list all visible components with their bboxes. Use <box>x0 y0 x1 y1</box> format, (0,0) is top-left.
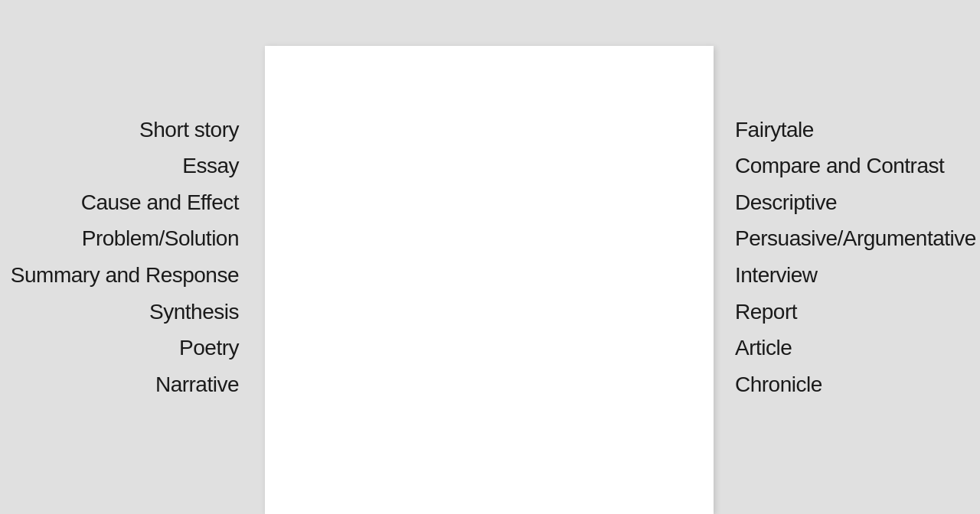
left-menu-item-poetry[interactable]: Poetry <box>179 330 239 366</box>
left-menu-item-summary-and-response[interactable]: Summary and Response <box>11 257 239 294</box>
right-menu-item-compare-and-contrast[interactable]: Compare and Contrast <box>735 148 944 184</box>
right-panel: FairytaleCompare and ContrastDescriptive… <box>714 0 980 514</box>
left-menu-item-essay[interactable]: Essay <box>182 148 239 184</box>
left-menu-item-narrative[interactable]: Narrative <box>155 366 239 403</box>
left-menu-item-short-story[interactable]: Short story <box>139 112 239 148</box>
right-menu-item-interview[interactable]: Interview <box>735 257 818 294</box>
right-menu-item-descriptive[interactable]: Descriptive <box>735 184 837 221</box>
right-menu-item-report[interactable]: Report <box>735 294 797 330</box>
right-menu-item-persuasive-argumentative[interactable]: Persuasive/Argumentative <box>735 220 976 257</box>
right-menu-item-fairytale[interactable]: Fairytale <box>735 112 814 148</box>
left-menu-item-cause-and-effect[interactable]: Cause and Effect <box>81 184 239 221</box>
left-menu-item-problem-solution[interactable]: Problem/Solution <box>82 220 239 257</box>
right-menu-item-article[interactable]: Article <box>735 330 792 366</box>
left-menu-item-synthesis[interactable]: Synthesis <box>149 294 239 330</box>
page-paper <box>265 46 714 514</box>
left-panel: Short storyEssayCause and EffectProblem/… <box>0 0 260 514</box>
right-menu-item-chronicle[interactable]: Chronicle <box>735 366 822 403</box>
